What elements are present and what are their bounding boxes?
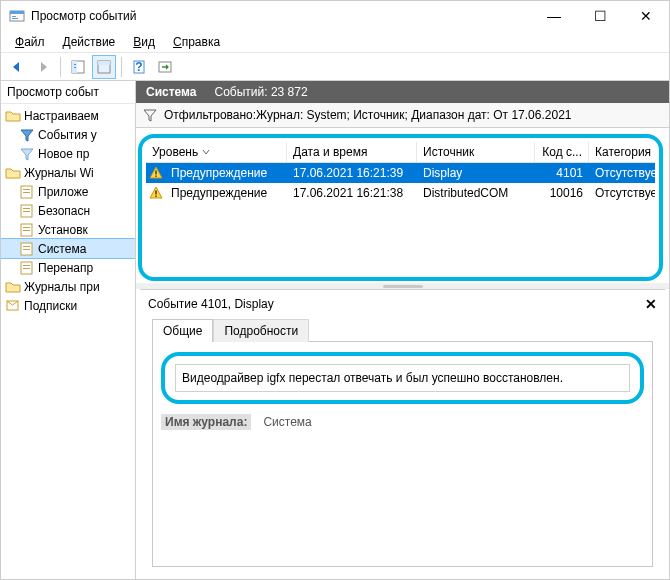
- menu-file[interactable]: Файл: [7, 33, 53, 51]
- menu-action[interactable]: Действие: [55, 33, 124, 51]
- app-icon: [9, 8, 25, 24]
- tree-label: Установк: [38, 223, 88, 237]
- log-icon: [19, 203, 35, 219]
- cell-category: Отсутствует: [589, 183, 655, 203]
- detail-body: Видеодрайвер igfx перестал отвечать и бы…: [152, 341, 653, 567]
- tree-filter-events[interactable]: События у: [1, 125, 135, 144]
- log-name-label: Имя журнала:: [161, 414, 251, 430]
- tab-general[interactable]: Общие: [152, 319, 213, 342]
- event-grid[interactable]: Уровень Дата и время Источник Код с... К…: [146, 142, 655, 273]
- filter-icon: [19, 146, 35, 162]
- tree-custom-views[interactable]: Настраиваем: [1, 106, 135, 125]
- svg-rect-27: [23, 268, 30, 269]
- svg-rect-32: [155, 196, 156, 197]
- svg-rect-30: [155, 176, 156, 177]
- show-tree-button[interactable]: [66, 55, 90, 79]
- detail-pane: Событие 4101, Display ✕ Общие Подробност…: [140, 289, 665, 575]
- help-button[interactable]: ?: [127, 55, 151, 79]
- filter-bar: Отфильтровано:Журнал: System; Источник; …: [136, 103, 669, 128]
- svg-rect-6: [74, 64, 76, 65]
- tree-application[interactable]: Приложе: [1, 182, 135, 201]
- menu-view[interactable]: Вид: [125, 33, 163, 51]
- cell-source: Display: [417, 163, 535, 183]
- forward-button[interactable]: [31, 55, 55, 79]
- message-highlight: Видеодрайвер igfx перестал отвечать и бы…: [161, 352, 644, 404]
- grid-row[interactable]: Предупреждение 17.06.2021 16:21:39 Displ…: [146, 163, 655, 183]
- menubar: Файл Действие Вид Справка: [1, 31, 669, 53]
- col-datetime[interactable]: Дата и время: [286, 142, 416, 162]
- svg-rect-7: [74, 67, 76, 68]
- cell-datetime: 17.06.2021 16:21:39: [287, 163, 417, 183]
- filter-text: Отфильтровано:Журнал: System; Источник; …: [164, 108, 571, 122]
- tree-label: Журналы при: [24, 280, 100, 294]
- svg-rect-1: [10, 11, 24, 14]
- svg-rect-29: [155, 171, 156, 175]
- content-header: Система Событий: 23 872: [136, 81, 669, 103]
- cell-code: 4101: [535, 163, 589, 183]
- cell-source: DistributedCOM: [417, 183, 535, 203]
- grid-header: Уровень Дата и время Источник Код с... К…: [146, 142, 655, 163]
- cell-category: Отсутствует: [589, 163, 655, 183]
- svg-text:?: ?: [135, 60, 142, 74]
- svg-rect-23: [23, 246, 30, 247]
- svg-rect-3: [12, 18, 18, 19]
- content: Система Событий: 23 872 Отфильтровано:Жу…: [136, 81, 669, 579]
- close-button[interactable]: ✕: [623, 1, 669, 31]
- col-source[interactable]: Источник: [416, 142, 534, 162]
- col-level[interactable]: Уровень: [146, 142, 286, 162]
- svg-rect-26: [23, 265, 30, 266]
- tree: Настраиваем События у Новое пр Журналы W…: [1, 104, 135, 317]
- warning-icon: [149, 186, 163, 200]
- tree-windows-logs[interactable]: Журналы Wi: [1, 163, 135, 182]
- tree-new-view[interactable]: Новое пр: [1, 144, 135, 163]
- tree-subscriptions[interactable]: Подписки: [1, 296, 135, 315]
- log-icon: [19, 222, 35, 238]
- svg-rect-21: [23, 230, 30, 231]
- tree-security[interactable]: Безопасн: [1, 201, 135, 220]
- tree-label: Безопасн: [38, 204, 90, 218]
- menu-help[interactable]: Справка: [165, 33, 228, 51]
- detail-tabs: Общие Подробности: [140, 318, 665, 341]
- view-button[interactable]: [92, 55, 116, 79]
- filter-icon: [142, 107, 158, 123]
- back-button[interactable]: [5, 55, 29, 79]
- filter-icon: [19, 127, 35, 143]
- refresh-button[interactable]: [153, 55, 177, 79]
- tree-label: Приложе: [38, 185, 88, 199]
- log-icon: [19, 241, 35, 257]
- content-title: Система: [146, 85, 197, 99]
- tree-label: Система: [38, 242, 86, 256]
- cell-level: Предупреждение: [165, 183, 287, 203]
- detail-header: Событие 4101, Display ✕: [140, 290, 665, 318]
- events-count: Событий: 23 872: [215, 85, 308, 99]
- svg-rect-15: [23, 192, 30, 193]
- svg-rect-24: [23, 249, 30, 250]
- folder-icon: [5, 108, 21, 124]
- svg-rect-17: [23, 208, 30, 209]
- maximize-button[interactable]: ☐: [577, 1, 623, 31]
- window-title: Просмотр событий: [31, 9, 136, 23]
- svg-rect-9: [98, 61, 110, 65]
- tab-details[interactable]: Подробности: [213, 319, 309, 342]
- svg-rect-2: [12, 16, 16, 17]
- detail-close-button[interactable]: ✕: [645, 296, 657, 312]
- tree-forwarded[interactable]: Перенапр: [1, 258, 135, 277]
- toolbar: ?: [1, 53, 669, 81]
- col-code[interactable]: Код с...: [534, 142, 588, 162]
- tree-app-services-logs[interactable]: Журналы при: [1, 277, 135, 296]
- grid-row[interactable]: Предупреждение 17.06.2021 16:21:38 Distr…: [146, 183, 655, 203]
- tree-setup[interactable]: Установк: [1, 220, 135, 239]
- subscription-icon: [5, 298, 21, 314]
- sidebar-header: Просмотр событ: [1, 81, 135, 104]
- log-icon: [19, 184, 35, 200]
- minimize-button[interactable]: —: [531, 1, 577, 31]
- titlebar: Просмотр событий — ☐ ✕: [1, 1, 669, 31]
- tree-system[interactable]: Система: [1, 239, 135, 258]
- tree-label: Перенапр: [38, 261, 93, 275]
- log-icon: [19, 260, 35, 276]
- log-name-row: Имя журнала: Система: [161, 414, 644, 430]
- folder-icon: [5, 165, 21, 181]
- svg-rect-18: [23, 211, 30, 212]
- tree-label: Новое пр: [38, 147, 89, 161]
- col-category[interactable]: Категория за: [588, 142, 655, 162]
